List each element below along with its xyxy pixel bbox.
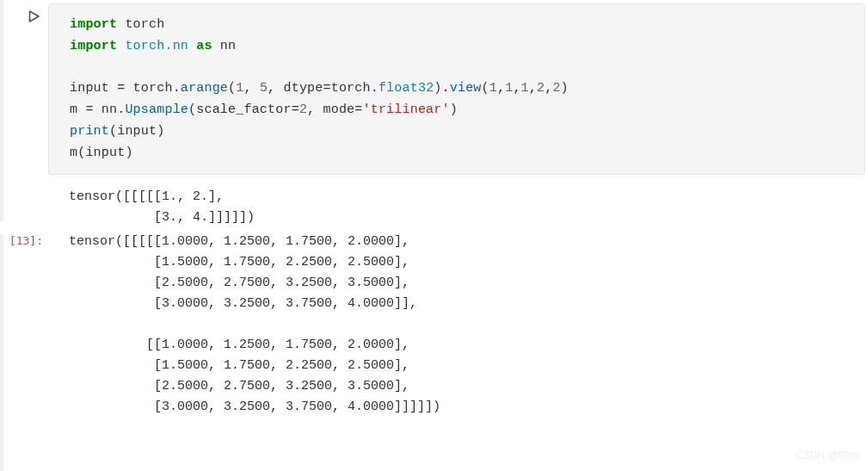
output-line: tensor([[[[[1.0000, 1.2500, 1.7500, 2.00… xyxy=(69,232,868,252)
watermark: CSDN @Philo xyxy=(796,448,861,464)
output-line: [2.5000, 2.7500, 3.2500, 3.5000], xyxy=(69,376,868,397)
output-line xyxy=(69,314,868,335)
cell-indicator-input xyxy=(0,0,3,221)
code-line xyxy=(70,58,843,79)
code-line: input = torch.arange(1, 5, dtype=torch.f… xyxy=(70,78,843,100)
svg-marker-0 xyxy=(30,11,40,22)
run-icon[interactable] xyxy=(26,14,41,28)
output-line: [3., 4.]]]]]) xyxy=(69,208,868,228)
output-print: tensor([[[[[1., 2.], [3., 4.]]]]]) xyxy=(48,187,868,228)
output-line: [1.5000, 1.7500, 2.2500, 2.5000], xyxy=(69,252,868,273)
output-print-row: tensor([[[[[1., 2.], [3., 4.]]]]]) xyxy=(0,187,868,228)
output-line: [[1.0000, 1.2500, 1.7500, 2.0000], xyxy=(69,335,868,356)
out-prompt: [13]: xyxy=(9,234,43,247)
code-line: import torch.nn as nn xyxy=(70,36,843,58)
code-line: m = nn.Upsample(scale_factor=2, mode='tr… xyxy=(70,100,843,121)
code-line: m(input) xyxy=(70,143,843,164)
output-result-row: [13]: tensor([[[[[1.0000, 1.2500, 1.7500… xyxy=(0,232,868,418)
code-line: import torch xyxy=(70,15,843,36)
output-result-gutter: [13]: xyxy=(3,232,48,252)
output-line: [2.5000, 2.7500, 3.2500, 3.5000], xyxy=(69,273,868,294)
gutter xyxy=(3,3,48,32)
code-line: print(input) xyxy=(70,121,843,143)
output-line: [3.0000, 3.2500, 3.7500, 4.0000]]]]]) xyxy=(69,397,868,418)
cell-indicator-output xyxy=(0,234,3,471)
output-result: tensor([[[[[1.0000, 1.2500, 1.7500, 2.00… xyxy=(48,232,868,418)
output-line: tensor([[[[[1., 2.], xyxy=(69,187,868,208)
output-line: [3.0000, 3.2500, 3.7500, 4.0000]], xyxy=(69,294,868,314)
output-line: [1.5000, 1.7500, 2.2500, 2.5000], xyxy=(69,356,868,376)
code-cell: import torchimport torch.nn as nn input … xyxy=(0,0,868,183)
code-editor[interactable]: import torchimport torch.nn as nn input … xyxy=(48,3,865,175)
